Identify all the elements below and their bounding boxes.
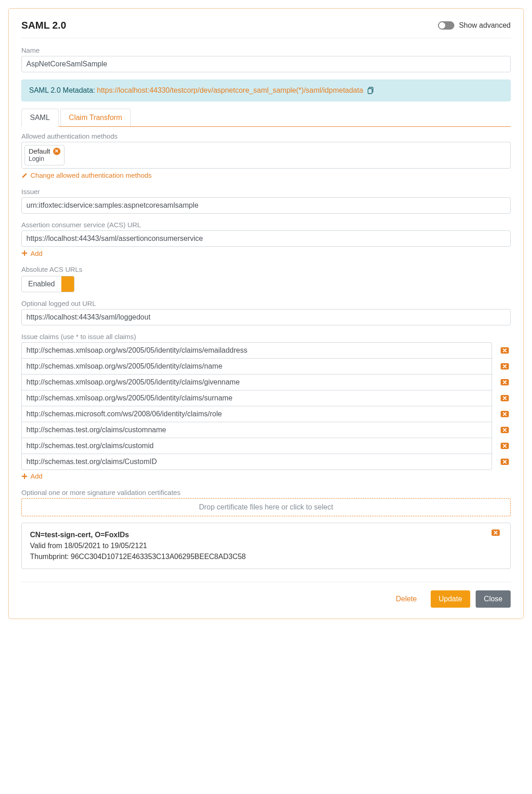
header: SAML 2.0 Show advanced xyxy=(21,20,511,38)
delete-claim-button[interactable] xyxy=(498,390,511,406)
claim-input[interactable] xyxy=(21,422,492,438)
delete-icon xyxy=(501,411,509,417)
delete-icon xyxy=(501,395,509,401)
delete-claim-button[interactable] xyxy=(498,422,511,438)
metadata-prefix: SAML 2.0 Metadata: xyxy=(29,86,95,95)
claim-input[interactable] xyxy=(21,438,492,454)
close-button[interactable]: Close xyxy=(476,590,511,608)
issuer-input[interactable] xyxy=(21,197,511,214)
claim-row xyxy=(21,342,511,359)
auth-methods-label: Allowed authentication methods xyxy=(21,132,511,140)
change-auth-methods-link[interactable]: Change allowed authentication methods xyxy=(21,171,152,179)
delete-icon xyxy=(501,363,509,370)
claims-label: Issue claims (use * to issue all claims) xyxy=(21,333,511,340)
delete-claim-button[interactable] xyxy=(498,406,511,422)
abs-acs-section: Absolute ACS URLs Enabled xyxy=(21,265,511,292)
abs-acs-toggle[interactable]: Enabled xyxy=(21,276,75,292)
cert-thumbprint: Thumbprint: 96CC304D10712E463353C13A0629… xyxy=(30,551,246,562)
delete-icon xyxy=(501,347,509,354)
cert-title: CN=test-sign-cert, O=FoxIDs xyxy=(30,529,246,540)
delete-cert-button[interactable] xyxy=(489,529,502,536)
claim-row xyxy=(21,438,511,454)
copy-icon[interactable] xyxy=(368,87,375,94)
delete-claim-button[interactable] xyxy=(498,342,511,359)
logged-out-input[interactable] xyxy=(21,309,511,325)
claim-row xyxy=(21,422,511,438)
claim-input[interactable] xyxy=(21,390,492,406)
claim-row xyxy=(21,374,511,390)
claim-input[interactable] xyxy=(21,342,492,359)
logged-out-label: Optional logged out URL xyxy=(21,300,511,307)
tab-saml[interactable]: SAML xyxy=(21,109,59,127)
pencil-icon xyxy=(21,172,28,179)
saml-config-card: SAML 2.0 Show advanced Name SAML 2.0 Met… xyxy=(8,8,524,619)
cert-dropzone[interactable]: Drop certificate files here or click to … xyxy=(21,498,511,516)
claim-row xyxy=(21,454,511,470)
metadata-link[interactable]: https://localhost:44330/testcorp/dev/asp… xyxy=(97,86,363,95)
add-acs-link[interactable]: Add xyxy=(21,250,43,257)
show-advanced-label: Show advanced xyxy=(459,21,511,30)
claim-row xyxy=(21,358,511,375)
name-section: Name xyxy=(21,46,511,72)
delete-claim-button[interactable] xyxy=(498,374,511,390)
delete-claim-button[interactable] xyxy=(498,438,511,454)
claim-input[interactable] xyxy=(21,406,492,422)
logged-out-section: Optional logged out URL xyxy=(21,300,511,325)
claim-row xyxy=(21,406,511,422)
page-title: SAML 2.0 xyxy=(21,20,66,31)
claim-input[interactable] xyxy=(21,374,492,390)
delete-icon xyxy=(492,529,500,536)
claims-list xyxy=(21,342,511,470)
tab-claim-transform[interactable]: Claim Transform xyxy=(60,109,131,126)
auth-method-tag: Default ✕ Login xyxy=(25,145,65,165)
acs-section: Assertion consumer service (ACS) URL Add xyxy=(21,221,511,259)
delete-icon xyxy=(501,379,509,385)
claim-input[interactable] xyxy=(21,454,492,470)
toggle-switch-icon xyxy=(438,21,454,30)
toggle-bar-icon xyxy=(61,276,74,292)
certs-section: Optional one or more signature validatio… xyxy=(21,489,511,569)
issuer-label: Issuer xyxy=(21,188,511,195)
auth-method-tag-title: Default xyxy=(29,147,50,155)
claim-row xyxy=(21,390,511,406)
remove-auth-method-icon[interactable]: ✕ xyxy=(53,148,60,155)
delete-claim-button[interactable] xyxy=(498,454,511,470)
acs-label: Assertion consumer service (ACS) URL xyxy=(21,221,511,229)
delete-icon xyxy=(501,427,509,433)
abs-acs-state: Enabled xyxy=(22,276,61,292)
plus-icon xyxy=(21,473,28,479)
abs-acs-label: Absolute ACS URLs xyxy=(21,265,511,273)
claim-input[interactable] xyxy=(21,358,492,375)
show-advanced-toggle[interactable]: Show advanced xyxy=(438,21,511,30)
cert-item: CN=test-sign-cert, O=FoxIDs Valid from 1… xyxy=(21,523,511,569)
tabs: SAML Claim Transform xyxy=(21,109,511,127)
auth-method-tag-sub: Login xyxy=(29,155,44,162)
delete-icon xyxy=(501,459,509,465)
acs-input[interactable] xyxy=(21,230,511,247)
footer: Delete Update Close xyxy=(21,582,511,608)
auth-methods-box[interactable]: Default ✕ Login xyxy=(21,142,511,169)
cert-valid: Valid from 18/05/2021 to 19/05/2121 xyxy=(30,540,246,551)
name-input[interactable] xyxy=(21,56,511,72)
add-claim-link[interactable]: Add xyxy=(21,472,43,480)
certs-label: Optional one or more signature validatio… xyxy=(21,489,511,496)
delete-icon xyxy=(501,443,509,449)
name-label: Name xyxy=(21,46,511,54)
issuer-section: Issuer xyxy=(21,188,511,214)
claims-section: Issue claims (use * to issue all claims)… xyxy=(21,333,511,481)
plus-icon xyxy=(21,250,28,256)
delete-claim-button[interactable] xyxy=(498,358,511,375)
auth-methods-section: Allowed authentication methods Default ✕… xyxy=(21,132,511,180)
metadata-box: SAML 2.0 Metadata: https://localhost:443… xyxy=(21,80,511,101)
delete-button[interactable]: Delete xyxy=(388,590,425,608)
update-button[interactable]: Update xyxy=(431,590,471,608)
